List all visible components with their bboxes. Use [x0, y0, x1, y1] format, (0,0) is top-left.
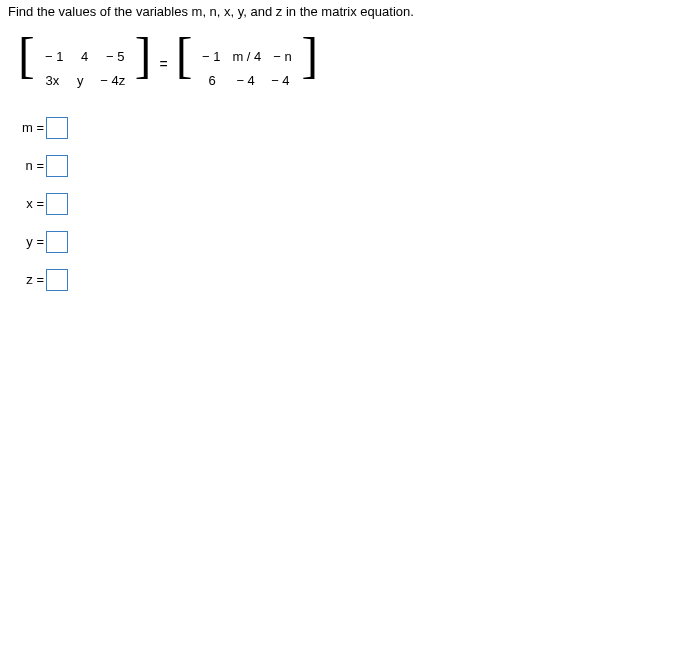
answer-input-x[interactable]	[46, 193, 68, 215]
matrix-cell: − 4	[230, 73, 260, 88]
answer-input-m[interactable]	[46, 117, 68, 139]
answer-row-z: z =	[18, 269, 680, 291]
matrix-cell: − 4	[265, 73, 295, 88]
answer-label-x: x =	[18, 196, 44, 211]
bracket-right-icon: ]	[301, 27, 318, 83]
bracket-left-icon: [	[18, 27, 35, 83]
matrix-cell: y	[66, 73, 94, 88]
matrix-row: 3x y − 4z	[38, 69, 131, 93]
answer-input-n[interactable]	[46, 155, 68, 177]
answer-label-m: m =	[18, 120, 44, 135]
answer-label-y: y =	[18, 234, 44, 249]
answer-input-y[interactable]	[46, 231, 68, 253]
question-text: Find the values of the variables m, n, x…	[8, 4, 680, 19]
matrix-left: [ − 1 4 − 5 3x y − 4z ]	[18, 35, 152, 93]
answer-row-m: m =	[18, 117, 680, 139]
matrix-cell: − 5	[100, 49, 130, 64]
answer-label-n: n =	[18, 158, 44, 173]
equals-sign: =	[160, 56, 168, 72]
answers-section: m = n = x = y = z =	[18, 117, 680, 291]
answer-input-z[interactable]	[46, 269, 68, 291]
matrix-cell: − 1	[196, 49, 226, 64]
answer-row-y: y =	[18, 231, 680, 253]
answer-row-n: n =	[18, 155, 680, 177]
matrix-cell: 3x	[38, 73, 66, 88]
matrix-row: 6 − 4 − 4	[196, 69, 298, 93]
matrix-equation: [ − 1 4 − 5 3x y − 4z ] = [ − 1 m / 4 − …	[18, 35, 680, 93]
answer-row-x: x =	[18, 193, 680, 215]
bracket-left-icon: [	[176, 27, 193, 83]
matrix-cell: − 1	[39, 49, 69, 64]
matrix-right: [ − 1 m / 4 − n 6 − 4 − 4 ]	[176, 35, 318, 93]
matrix-cell: 4	[71, 49, 99, 64]
matrix-row: − 1 m / 4 − n	[196, 45, 298, 69]
answer-label-z: z =	[18, 272, 44, 287]
matrix-cell: − 4z	[94, 73, 131, 88]
bracket-right-icon: ]	[135, 27, 152, 83]
matrix-cell: − n	[267, 49, 297, 64]
matrix-row: − 1 4 − 5	[38, 45, 131, 69]
matrix-cell: m / 4	[226, 49, 267, 64]
matrix-cell: 6	[198, 73, 226, 88]
